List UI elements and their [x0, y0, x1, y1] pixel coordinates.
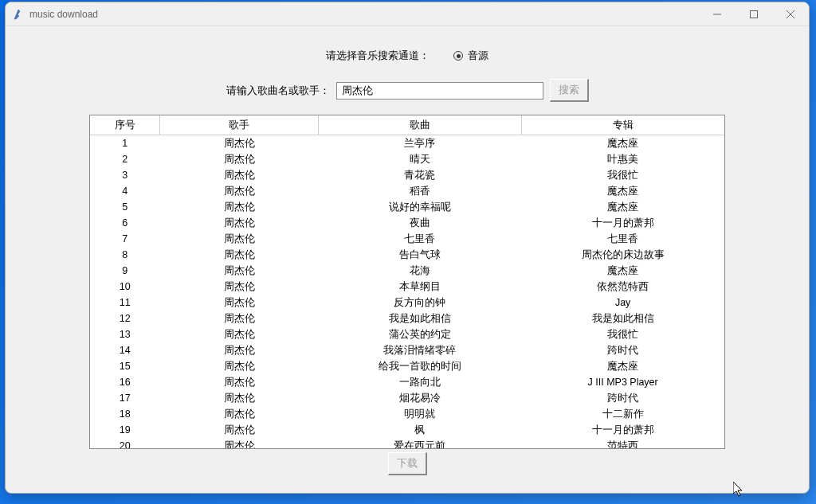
cell-seq: 3	[90, 167, 160, 183]
cell-song: 花海	[319, 263, 522, 279]
cell-album: 十一月的萧邦	[521, 422, 724, 438]
cell-singer: 周杰伦	[160, 199, 319, 215]
table-row[interactable]: 1周杰伦兰亭序魔杰座	[90, 135, 724, 152]
table-row[interactable]: 10周杰伦本草纲目依然范特西	[90, 279, 724, 295]
cell-album: 魔杰座	[521, 358, 724, 374]
table-row[interactable]: 6周杰伦夜曲十一月的萧邦	[90, 215, 724, 231]
cell-song: 本草纲目	[319, 279, 522, 295]
results-table-container: 序号 歌手 歌曲 专辑 1周杰伦兰亭序魔杰座2周杰伦晴天叶惠美3周杰伦青花瓷我很…	[89, 115, 725, 449]
table-row[interactable]: 14周杰伦我落泪情绪零碎跨时代	[90, 342, 724, 358]
cell-seq: 9	[90, 263, 160, 279]
cell-singer: 周杰伦	[160, 215, 319, 231]
header-singer[interactable]: 歌手	[160, 115, 319, 135]
cell-song: 明明就	[319, 406, 522, 422]
cell-singer: 周杰伦	[160, 167, 319, 183]
cell-seq: 12	[90, 311, 160, 326]
cell-song: 蒲公英的约定	[319, 326, 522, 342]
table-row[interactable]: 16周杰伦一路向北J III MP3 Player	[90, 374, 724, 390]
cell-album: 十二新作	[521, 406, 724, 422]
table-row[interactable]: 19周杰伦枫十一月的萧邦	[90, 422, 724, 438]
table-row[interactable]: 18周杰伦明明就十二新作	[90, 406, 724, 422]
cell-album: 跨时代	[521, 390, 724, 406]
cell-album: 我很忙	[521, 326, 724, 342]
cell-singer: 周杰伦	[160, 390, 319, 406]
cell-singer: 周杰伦	[160, 247, 319, 263]
cell-seq: 8	[90, 247, 160, 263]
cell-seq: 10	[90, 279, 160, 295]
app-window: music download 请选择音乐搜索通道： 音源 请输入歌曲名或歌手：	[5, 2, 810, 494]
minimize-button[interactable]	[699, 2, 736, 26]
window-controls	[699, 2, 809, 26]
cell-seq: 19	[90, 422, 160, 438]
cell-album: 范特西	[521, 438, 724, 449]
cell-song: 反方向的钟	[319, 295, 522, 311]
cell-seq: 16	[90, 374, 160, 390]
table-row[interactable]: 11周杰伦反方向的钟Jay	[90, 295, 724, 311]
cell-album: 魔杰座	[521, 183, 724, 199]
table-row[interactable]: 20周杰伦爱在西元前范特西	[90, 438, 724, 449]
titlebar[interactable]: music download	[6, 2, 809, 26]
header-song[interactable]: 歌曲	[319, 115, 522, 135]
cell-seq: 17	[90, 390, 160, 406]
cursor-icon	[733, 482, 744, 498]
cell-seq: 2	[90, 151, 160, 167]
table-row[interactable]: 3周杰伦青花瓷我很忙	[90, 167, 724, 183]
cell-seq: 13	[90, 326, 160, 342]
table-row[interactable]: 9周杰伦花海魔杰座	[90, 263, 724, 279]
maximize-button[interactable]	[736, 2, 772, 26]
cell-singer: 周杰伦	[160, 358, 319, 374]
cell-singer: 周杰伦	[160, 406, 319, 422]
cell-seq: 4	[90, 183, 160, 199]
window-title: music download	[29, 9, 699, 20]
cell-singer: 周杰伦	[160, 326, 319, 342]
channel-radio[interactable]: 音源	[453, 49, 488, 63]
cell-song: 枫	[319, 422, 522, 438]
table-row[interactable]: 4周杰伦稻香魔杰座	[90, 183, 724, 199]
table-row[interactable]: 8周杰伦告白气球周杰伦的床边故事	[90, 247, 724, 263]
table-row[interactable]: 17周杰伦烟花易冷跨时代	[90, 390, 724, 406]
cell-seq: 15	[90, 358, 160, 374]
cell-singer: 周杰伦	[160, 279, 319, 295]
radio-label: 音源	[468, 49, 488, 63]
cell-song: 稻香	[319, 183, 522, 199]
cell-song: 我落泪情绪零碎	[319, 342, 522, 358]
cell-album: 魔杰座	[521, 263, 724, 279]
cell-singer: 周杰伦	[160, 231, 319, 247]
cell-seq: 18	[90, 406, 160, 422]
cell-song: 告白气球	[319, 247, 522, 263]
search-input[interactable]	[336, 82, 543, 100]
table-row[interactable]: 7周杰伦七里香七里香	[90, 231, 724, 247]
cell-seq: 6	[90, 215, 160, 231]
search-row: 请输入歌曲名或歌手： 搜索	[18, 79, 797, 102]
download-row: 下载	[18, 452, 797, 475]
cell-song: 七里香	[319, 231, 522, 247]
header-seq[interactable]: 序号	[90, 115, 160, 135]
search-button[interactable]: 搜索	[550, 79, 589, 102]
app-icon	[12, 8, 25, 21]
results-table: 序号 歌手 歌曲 专辑 1周杰伦兰亭序魔杰座2周杰伦晴天叶惠美3周杰伦青花瓷我很…	[90, 115, 724, 449]
close-button[interactable]	[772, 2, 809, 26]
cell-album: 我是如此相信	[521, 311, 724, 326]
table-row[interactable]: 15周杰伦给我一首歌的时间魔杰座	[90, 358, 724, 374]
cell-seq: 11	[90, 295, 160, 311]
cell-seq: 7	[90, 231, 160, 247]
cell-album: 依然范特西	[521, 279, 724, 295]
cell-song: 爱在西元前	[319, 438, 522, 449]
table-header-row: 序号 歌手 歌曲 专辑	[90, 115, 724, 135]
search-label: 请输入歌曲名或歌手：	[226, 84, 330, 98]
table-row[interactable]: 2周杰伦晴天叶惠美	[90, 151, 724, 167]
cell-singer: 周杰伦	[160, 422, 319, 438]
cell-album: 叶惠美	[521, 151, 724, 167]
channel-row: 请选择音乐搜索通道： 音源	[18, 49, 797, 63]
table-row[interactable]: 12周杰伦我是如此相信我是如此相信	[90, 311, 724, 326]
channel-label: 请选择音乐搜索通道：	[326, 49, 430, 63]
cell-singer: 周杰伦	[160, 374, 319, 390]
cell-album: 周杰伦的床边故事	[521, 247, 724, 263]
cell-singer: 周杰伦	[160, 438, 319, 449]
cell-seq: 5	[90, 199, 160, 215]
cell-singer: 周杰伦	[160, 151, 319, 167]
download-button[interactable]: 下载	[388, 452, 427, 475]
header-album[interactable]: 专辑	[521, 115, 724, 135]
table-row[interactable]: 13周杰伦蒲公英的约定我很忙	[90, 326, 724, 342]
table-row[interactable]: 5周杰伦说好的幸福呢魔杰座	[90, 199, 724, 215]
